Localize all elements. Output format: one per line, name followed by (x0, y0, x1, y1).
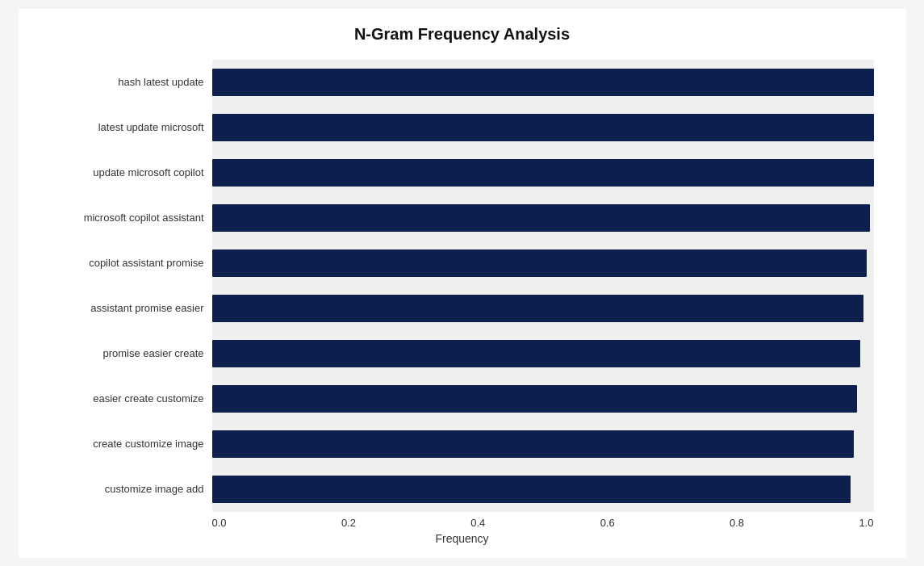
bar-7 (212, 385, 858, 413)
bar-row-6 (212, 337, 874, 371)
bar-row-4 (212, 246, 874, 280)
bar-3 (212, 204, 871, 232)
x-tick-2: 0.4 (470, 517, 485, 529)
x-tick-4: 0.8 (730, 517, 744, 529)
y-label-8: create customize image (51, 424, 204, 464)
y-label-2: update microsoft copilot (51, 153, 204, 193)
bar-8 (212, 430, 854, 458)
x-tick-1: 0.2 (341, 517, 356, 529)
bar-0 (212, 69, 874, 96)
chart-title: N-Gram Frequency Analysis (51, 25, 874, 44)
bar-5 (212, 295, 864, 322)
bar-row-3 (212, 201, 874, 235)
bar-6 (212, 340, 861, 367)
x-tick-0: 0.0 (212, 517, 227, 529)
y-label-7: easier create customize (51, 379, 204, 419)
y-label-6: promise easier create (51, 333, 204, 374)
x-tick-3: 0.6 (600, 517, 615, 529)
bar-2 (212, 159, 874, 187)
y-label-0: hash latest update (51, 62, 204, 103)
bar-row-8 (212, 427, 874, 461)
y-label-9: customize image add (51, 469, 204, 509)
bar-row-9 (212, 472, 874, 506)
y-axis: hash latest updatelatest update microsof… (51, 60, 212, 512)
x-tick-5: 1.0 (859, 517, 873, 529)
x-axis-label: Frequency (51, 532, 874, 545)
chart-body: hash latest updatelatest update microsof… (51, 60, 874, 512)
bar-row-2 (212, 156, 874, 190)
y-label-1: latest update microsoft (51, 107, 204, 148)
bars-area (212, 60, 874, 512)
x-axis: 0.0 0.2 0.4 0.6 0.8 1.0 (212, 517, 874, 529)
y-label-5: assistant promise easier (51, 288, 204, 329)
bar-row-0 (212, 65, 874, 99)
bar-9 (212, 476, 851, 503)
bar-row-7 (212, 382, 874, 416)
bar-4 (212, 249, 868, 277)
bar-row-1 (212, 111, 874, 145)
bar-1 (212, 114, 874, 141)
y-label-3: microsoft copilot assistant (51, 198, 204, 238)
bar-row-5 (212, 291, 874, 325)
chart-container: N-Gram Frequency Analysis hash latest up… (19, 9, 906, 558)
y-label-4: copilot assistant promise (51, 243, 204, 283)
